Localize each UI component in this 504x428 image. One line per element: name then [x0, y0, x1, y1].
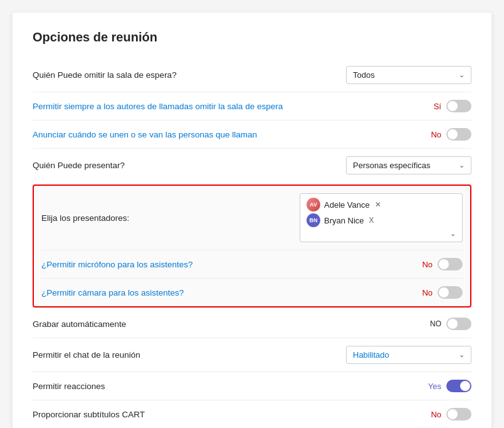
- presenters-chevron-icon: ⌄: [450, 230, 456, 238]
- toggle-thumb: [448, 101, 458, 111]
- announce-callers-toggle-wrap: No: [428, 128, 471, 141]
- toggle-thumb: [460, 381, 470, 391]
- allow-mic-control: No: [419, 258, 463, 270]
- option-meeting-chat: Permitir el chat de la reunión Habilitad…: [33, 338, 471, 372]
- bryan-remove-btn[interactable]: X: [369, 216, 374, 225]
- adele-name: Adele Vance: [324, 200, 370, 210]
- allow-mic-toggle[interactable]: [438, 258, 463, 270]
- option-choose-presenters: Elija los presentadores: AV Adele Vance …: [41, 186, 463, 250]
- auto-record-label: Grabar automáticamente: [33, 319, 428, 329]
- allow-mic-toggle-label: No: [419, 260, 433, 269]
- allow-mic-toggle-wrap: No: [419, 258, 463, 270]
- callers-bypass-toggle[interactable]: [446, 100, 471, 112]
- reactions-toggle-label: Yes: [428, 382, 441, 391]
- reactions-toggle[interactable]: [446, 380, 471, 392]
- auto-record-toggle[interactable]: [446, 318, 471, 330]
- waiting-room-label: Quién Puede omitir la sala de espera?: [33, 70, 346, 80]
- auto-record-toggle-wrap: NO: [428, 318, 471, 330]
- auto-record-toggle-label: NO: [428, 319, 441, 328]
- announce-callers-control: No: [428, 128, 471, 141]
- waiting-room-control: Todos ⌄: [346, 66, 471, 84]
- option-reactions: Permitir reacciones Yes: [33, 372, 471, 400]
- who-present-label: Quién Puede presentar?: [33, 161, 346, 170]
- allow-camera-label: ¿Permitir cámara para los asistentes?: [41, 288, 419, 297]
- allow-camera-control: No: [419, 286, 463, 299]
- bryan-avatar: BN: [307, 213, 320, 227]
- chevron-down-icon: ⌄: [459, 161, 465, 169]
- who-present-value: Personas específicas: [353, 161, 431, 170]
- cart-subtitles-control: No: [428, 408, 471, 420]
- bryan-name: Bryan Nice: [324, 216, 364, 225]
- chevron-down-icon: ⌄: [459, 71, 465, 79]
- cart-subtitles-toggle-wrap: No: [428, 408, 471, 420]
- option-allow-mic: ¿Permitir micrófono para los asistentes?…: [41, 250, 463, 279]
- callers-bypass-control: Sí: [428, 100, 471, 112]
- auto-record-control: NO: [428, 318, 471, 330]
- reactions-control: Yes: [428, 380, 471, 392]
- allow-camera-toggle-wrap: No: [419, 286, 463, 299]
- toggle-thumb: [448, 319, 458, 329]
- top-options: Quién Puede omitir la sala de espera? To…: [33, 58, 471, 182]
- who-present-dropdown[interactable]: Personas específicas ⌄: [346, 156, 471, 174]
- option-allow-camera: ¿Permitir cámara para los asistentes? No: [41, 279, 463, 306]
- option-announce-callers: Anunciar cuándo se unen o se van las per…: [33, 120, 471, 149]
- callers-bypass-label: Permitir siempre a los autores de llamad…: [33, 102, 428, 111]
- toggle-thumb: [439, 287, 449, 297]
- option-who-present: Quién Puede presentar? Personas específi…: [33, 149, 471, 182]
- reactions-label: Permitir reacciones: [33, 382, 428, 391]
- toggle-thumb: [439, 259, 449, 269]
- allow-camera-toggle-label: No: [419, 288, 433, 297]
- option-cart-subtitles: Proporcionar subtítulos CART No: [33, 400, 471, 428]
- meeting-options-card: Opciones de reunión Quién Puede omitir l…: [13, 13, 491, 428]
- option-waiting-room: Quién Puede omitir la sala de espera? To…: [33, 58, 471, 92]
- reactions-toggle-wrap: Yes: [428, 380, 471, 392]
- allow-camera-toggle[interactable]: [438, 286, 463, 299]
- adele-avatar: AV: [307, 198, 320, 211]
- announce-callers-label: Anunciar cuándo se unen o se van las per…: [33, 130, 428, 139]
- meeting-chat-value: Habilitado: [353, 350, 389, 360]
- choose-presenters-label: Elija los presentadores:: [41, 213, 300, 223]
- highlighted-section: Elija los presentadores: AV Adele Vance …: [33, 185, 471, 308]
- meeting-chat-control: Habilitado ⌄: [346, 346, 471, 364]
- allow-mic-label: ¿Permitir micrófono para los asistentes?: [41, 260, 419, 269]
- presenter-bryan: BN Bryan Nice X: [307, 213, 456, 227]
- presenter-adele: AV Adele Vance ✕: [307, 198, 456, 211]
- meeting-chat-label: Permitir el chat de la reunión: [33, 350, 346, 360]
- who-present-control: Personas específicas ⌄: [346, 156, 471, 174]
- cart-subtitles-label: Proporcionar subtítulos CART: [33, 410, 428, 419]
- page-title: Opciones de reunión: [33, 30, 471, 45]
- choose-presenters-control: AV Adele Vance ✕ BN Bryan Nice X ⌄: [300, 193, 463, 242]
- cart-subtitles-toggle[interactable]: [446, 408, 471, 420]
- presenters-box[interactable]: AV Adele Vance ✕ BN Bryan Nice X ⌄: [300, 193, 463, 242]
- callers-bypass-toggle-label: Sí: [428, 102, 441, 111]
- waiting-room-dropdown[interactable]: Todos ⌄: [346, 66, 471, 84]
- toggle-thumb: [448, 129, 458, 139]
- toggle-thumb: [448, 409, 458, 419]
- waiting-room-value: Todos: [353, 70, 375, 80]
- option-callers-bypass: Permitir siempre a los autores de llamad…: [33, 92, 471, 120]
- announce-callers-toggle[interactable]: [446, 128, 471, 141]
- bottom-options: Grabar automáticamente NO Permitir el ch…: [33, 310, 471, 428]
- cart-subtitles-toggle-label: No: [428, 410, 441, 419]
- presenters-dropdown-row: ⌄: [307, 230, 456, 238]
- presenter-tags: AV Adele Vance ✕ BN Bryan Nice X: [307, 198, 456, 227]
- adele-remove-btn[interactable]: ✕: [375, 200, 381, 209]
- callers-bypass-toggle-wrap: Sí: [428, 100, 471, 112]
- chevron-down-icon: ⌄: [459, 351, 465, 359]
- option-auto-record: Grabar automáticamente NO: [33, 310, 471, 338]
- announce-callers-toggle-label: No: [428, 130, 441, 139]
- meeting-chat-dropdown[interactable]: Habilitado ⌄: [346, 346, 471, 364]
